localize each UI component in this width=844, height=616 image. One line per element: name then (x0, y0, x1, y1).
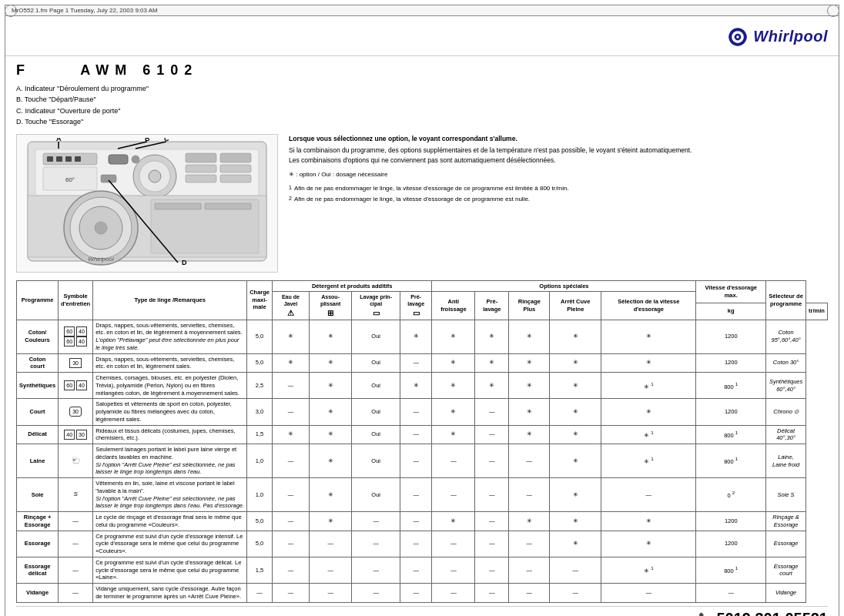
td-charge: 5,0 (247, 531, 273, 557)
svg-text:Whirlpool: Whirlpool (88, 256, 114, 263)
th-pre-lavage2: Pré-lavage (475, 292, 509, 320)
svg-point-29 (95, 222, 107, 234)
td-programme: Rinçage +Essorage (17, 512, 59, 531)
td-selection-vitesse: ✳ (601, 353, 696, 373)
td-rincage-plus: ✳ (509, 373, 550, 399)
label-b: B. Touche "Départ/Pause" (16, 94, 278, 105)
td-javel: — (272, 373, 309, 399)
td-vitesse: 800 1 (696, 425, 766, 444)
td-charge: 1,0 (247, 478, 273, 512)
td-type: Le cycle de rinçage et d'essorage final … (93, 512, 247, 531)
td-lavage: — (352, 557, 400, 583)
td-assouplissant: ✳ (309, 512, 352, 531)
middle-section: 60° Whirlpool A (16, 134, 828, 273)
td-rincage-plus: ✳ (509, 425, 550, 444)
td-selecteur: Soie S (766, 478, 806, 512)
td-anti-froissage: — (432, 478, 475, 512)
td-prelavage: — (400, 444, 432, 478)
th-rincage-plus: Rinçage Plus (509, 292, 550, 320)
td-programme: Laine (17, 444, 59, 478)
td-selection-vitesse: ✳ 1 (601, 557, 696, 583)
th-eau-javel: Eau de Javel ⚠ (272, 292, 309, 320)
td-selecteur: Chrono ⊙ (766, 399, 806, 425)
td-selecteur: Vidange (766, 584, 806, 603)
td-programme: Essorage (17, 531, 59, 557)
td-assouplissant: ✳ (309, 353, 352, 373)
svg-rect-18 (186, 165, 216, 172)
td-selecteur: Coton 30° (766, 353, 806, 373)
th-options-group: Options spéciales (432, 280, 696, 292)
svg-rect-19 (220, 165, 251, 172)
td-pre-lavage2: — (475, 531, 509, 557)
td-prelavage: — (400, 478, 432, 512)
td-anti-froissage: — (432, 557, 475, 583)
td-arret-cuve: ✳ (550, 399, 601, 425)
td-assouplissant: ✳ (309, 373, 352, 399)
td-prelavage: — (400, 557, 432, 583)
td-rincage-plus: — (509, 557, 550, 583)
td-arret-cuve: ✳ (550, 373, 601, 399)
table-row: Essorage délicat — Ce programme est suiv… (17, 557, 828, 583)
td-symbole: 30 (59, 399, 93, 425)
td-programme: Court (17, 399, 59, 425)
td-vitesse: 1200 (696, 531, 766, 557)
td-arret-cuve: — (550, 557, 601, 583)
td-anti-froissage: ✳ (432, 425, 475, 444)
td-type: Draps, nappes, sous-vêtements, serviette… (93, 320, 247, 353)
svg-rect-16 (186, 153, 216, 162)
td-assouplissant: — (309, 531, 352, 557)
td-charge: 1,5 (247, 425, 273, 444)
td-prelavage: — (400, 584, 432, 603)
note-1: 1 Afin de ne pas endommager le linge, la… (289, 184, 828, 193)
td-anti-froissage: ✳ (432, 353, 475, 373)
td-prelavage: — (400, 425, 432, 444)
td-assouplissant: — (309, 584, 352, 603)
td-prelavage: — (400, 353, 432, 373)
td-lavage: Oui (352, 373, 400, 399)
lavage-icon: ▭ (354, 308, 397, 318)
table-row: Synthétiques 60 40 Chemises, corsages, b… (17, 373, 828, 399)
svg-text:C: C (164, 138, 169, 142)
product-number: 📞 5019 301 05521 (698, 610, 828, 617)
td-programme: Soie (17, 478, 59, 512)
td-vitesse: — (696, 584, 766, 603)
phone-icon: 📞 (698, 612, 712, 616)
labels-list: A. Indicateur "Déroulement du programme"… (16, 83, 278, 128)
svg-rect-11 (56, 156, 62, 162)
table-row: Laine 🐑 Seulement lainages portant le la… (17, 444, 828, 478)
td-selecteur: Délicat40°,30° (766, 425, 806, 444)
td-assouplissant: ✳ (309, 399, 352, 425)
diagram-area: 60° Whirlpool A (16, 134, 278, 273)
td-prelavage: ✳ (400, 373, 432, 399)
td-symbole: — (59, 512, 93, 531)
th-symbole: Symbole d'entretien (59, 280, 93, 320)
td-lavage: Oui (352, 425, 400, 444)
note-2-text: Afin de ne pas endommager le linge, la v… (294, 195, 530, 204)
td-pre-lavage2: — (475, 444, 509, 478)
td-vitesse: 0 2 (696, 478, 766, 512)
svg-text:60°: 60° (65, 176, 75, 183)
td-charge: 2,5 (247, 373, 273, 399)
td-javel: — (272, 557, 309, 583)
td-anti-froissage: ✳ (432, 399, 475, 425)
td-charge: 3,0 (247, 399, 273, 425)
td-anti-froissage: ✳ (432, 320, 475, 353)
td-pre-lavage2: ✳ (475, 320, 509, 353)
bottom-section: Whirlpool is a registered trademark of W… (16, 606, 828, 617)
td-anti-froissage: ✳ (432, 373, 475, 399)
td-charge: 1,5 (247, 557, 273, 583)
th-vitesse-unit: tr/min (806, 303, 828, 320)
washer-diagram-svg: 60° Whirlpool A (24, 138, 270, 269)
td-type: Ce programme est suivi d'un cycle d'esso… (93, 531, 247, 557)
td-javel: — (272, 478, 309, 512)
th-charge-label: Charge maxi-male (250, 289, 270, 311)
td-rincage-plus: ✳ (509, 320, 550, 353)
td-symbole: 🐑 (59, 444, 93, 478)
td-arret-cuve: — (550, 584, 601, 603)
td-selection-vitesse: ✳ (601, 320, 696, 353)
td-type: Salopettes et vêtements de sport en coto… (93, 399, 247, 425)
th-anti-froissage: Anti froissage (432, 292, 475, 320)
td-lavage: — (352, 531, 400, 557)
td-symbole: 30 (59, 353, 93, 373)
td-charge: 5,0 (247, 353, 273, 373)
